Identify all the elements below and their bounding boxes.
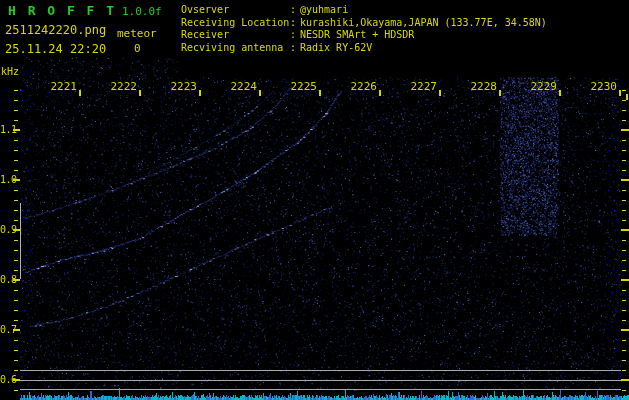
- info-row-observer: Ovserver:@yuhmari: [181, 4, 547, 17]
- time-tick-label: 2225: [290, 80, 317, 93]
- info-row-location: Receiving Location:kurashiki,Okayama,JAP…: [181, 17, 547, 30]
- freq-tick-label: 0.7: [0, 324, 13, 335]
- time-tick-label: 2228: [470, 80, 497, 93]
- freq-tick-label: 1.0: [0, 174, 13, 185]
- spectrogram-canvas: [0, 0, 629, 400]
- freq-tick-label: 0.6: [0, 374, 13, 385]
- hrofft-window: H R O F F T 1.0.0f 2511242220.png 25.11.…: [0, 0, 629, 400]
- freq-tick-label: 1.1: [0, 124, 13, 135]
- info-separator: :: [290, 29, 300, 42]
- info-separator: :: [290, 4, 300, 17]
- time-tick-label: 2221: [50, 80, 77, 93]
- location-value: kurashiki,Okayama,JAPAN (133.77E, 34.58N…: [300, 17, 547, 30]
- freq-tick-label: 0.9: [0, 224, 13, 235]
- info-label: Receiving Location: [181, 17, 290, 30]
- receiver-value: NESDR SMArt + HDSDR: [300, 29, 414, 42]
- info-label: Ovserver: [181, 4, 290, 17]
- time-tick-label: 2229: [530, 80, 557, 93]
- antenna-value: Radix RY-62V: [300, 42, 372, 55]
- meteor-count: 0: [134, 42, 141, 55]
- app-title: H R O F F T: [8, 3, 116, 18]
- output-filename: 2511242220.png: [5, 23, 106, 37]
- time-tick-label: 2223: [170, 80, 197, 93]
- freq-unit-label: kHz: [1, 66, 19, 77]
- time-tick-label: 2230: [590, 80, 617, 93]
- time-tick-label: 2222: [110, 80, 137, 93]
- meteor-counter-label: meteor: [117, 27, 157, 40]
- time-tick-label: 2227: [410, 80, 437, 93]
- time-tick-label: 2224: [230, 80, 257, 93]
- observer-value: @yuhmari: [300, 4, 348, 17]
- info-label: Receiver: [181, 29, 290, 42]
- info-separator: :: [290, 17, 300, 30]
- app-version: 1.0.0f: [122, 5, 162, 18]
- info-row-antenna: Recviving antenna:Radix RY-62V: [181, 42, 547, 55]
- info-label: Recviving antenna: [181, 42, 290, 55]
- freq-tick-label: 0.8: [0, 274, 13, 285]
- station-info: Ovserver:@yuhmari Receiving Location:kur…: [181, 4, 547, 54]
- info-separator: :: [290, 42, 300, 55]
- timestamp: 25.11.24 22:20: [5, 42, 106, 56]
- time-tick-label: 2226: [350, 80, 377, 93]
- info-row-receiver: Receiver:NESDR SMArt + HDSDR: [181, 29, 547, 42]
